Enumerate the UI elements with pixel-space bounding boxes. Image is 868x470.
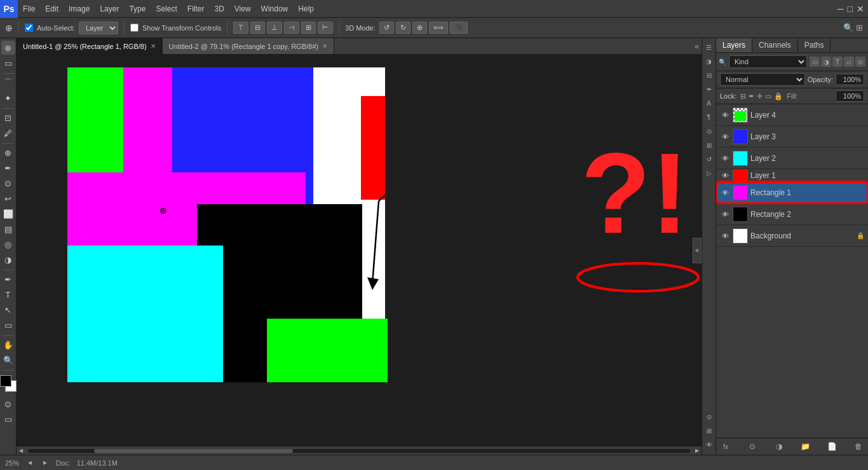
layer-row-rect2[interactable]: 👁 Rectangle 2 xyxy=(716,204,868,225)
align-vcenter-btn[interactable]: ⊟ xyxy=(250,22,265,34)
shape-filter-icon[interactable]: ▱ xyxy=(844,57,854,67)
auto-select-type[interactable]: Layer xyxy=(79,22,118,34)
tab-close-2[interactable]: ✕ xyxy=(322,43,327,50)
new-layer-btn[interactable]: 📄 xyxy=(826,441,837,452)
show-transform-checkbox[interactable] xyxy=(130,24,139,32)
layer-row-background[interactable]: 👁 Background 🔒 xyxy=(716,225,868,247)
menu-view[interactable]: View xyxy=(229,0,256,17)
filter-kind-select[interactable]: Kind xyxy=(729,55,807,68)
align-top-btn[interactable]: ⊤ xyxy=(233,22,248,34)
horizontal-scrollbar[interactable]: ◀ ▶ xyxy=(17,446,702,455)
lock-artboard-icon[interactable]: ▭ xyxy=(765,92,771,100)
blur-tool[interactable]: ◎ xyxy=(1,237,15,251)
rect2-visibility-icon[interactable]: 👁 xyxy=(720,209,730,219)
quick-select-tool[interactable]: ✦ xyxy=(1,91,15,105)
move-tool[interactable]: ⊕ xyxy=(1,41,15,55)
3d-btn3[interactable]: ⊕ xyxy=(412,22,427,34)
shape-tool[interactable]: ▭ xyxy=(1,318,15,332)
gradient-tool[interactable]: ▤ xyxy=(1,222,15,236)
add-mask-btn[interactable]: ⊙ xyxy=(747,441,758,452)
align-bottom-btn[interactable]: ⊥ xyxy=(267,22,282,34)
layer3-visibility-icon[interactable]: 👁 xyxy=(720,132,730,142)
menu-select[interactable]: Select xyxy=(151,0,182,17)
maximize-btn[interactable]: □ xyxy=(848,4,853,14)
layer-row-layer4[interactable]: 👁 Layer 4 xyxy=(716,104,868,126)
lasso-tool[interactable]: ⌒ xyxy=(1,76,15,90)
tab-untitled1[interactable]: Untitled-1 @ 25% (Rectangle 1, RGB/8) ✕ xyxy=(17,38,163,54)
fill-input[interactable] xyxy=(836,90,864,102)
tab-close-1[interactable]: ✕ xyxy=(151,43,156,50)
lock-position-icon[interactable]: ✛ xyxy=(757,92,763,100)
close-btn[interactable]: ✕ xyxy=(857,4,864,14)
panel-collapse-icon[interactable]: « xyxy=(695,42,699,51)
align-right-btn[interactable]: ⊢ xyxy=(318,22,333,34)
workspace-icon[interactable]: ⊞ xyxy=(856,23,863,32)
lock-transparent-icon[interactable]: ⊟ xyxy=(740,92,746,100)
characters-icon[interactable]: A xyxy=(703,97,715,109)
menu-file[interactable]: File xyxy=(18,0,40,17)
layer-row-rect1[interactable]: 👁 Rectangle 1 xyxy=(716,182,868,204)
smart-filter-icon[interactable]: ⊙ xyxy=(855,57,865,67)
pen-tool[interactable]: ✒ xyxy=(1,272,15,286)
history-brush-tool[interactable]: ↩ xyxy=(1,191,15,205)
scroll-left-btn[interactable]: ◀ xyxy=(17,446,25,455)
menu-image[interactable]: Image xyxy=(64,0,95,17)
background-visibility-icon[interactable]: 👁 xyxy=(720,231,730,241)
lock-image-icon[interactable]: ✒ xyxy=(749,92,754,100)
crop-tool[interactable]: ⊡ xyxy=(1,111,15,125)
marquee-tool[interactable]: ▭ xyxy=(1,56,15,70)
minimize-btn[interactable]: ─ xyxy=(837,4,844,14)
new-group-btn[interactable]: 📁 xyxy=(799,441,811,452)
status-scroll-left[interactable]: ◀ xyxy=(25,459,34,467)
healing-brush-tool[interactable]: ⊕ xyxy=(1,146,15,160)
lock-all-icon[interactable]: 🔒 xyxy=(774,92,783,100)
actions-icon[interactable]: ▷ xyxy=(703,167,715,179)
paths-icon[interactable]: ✒ xyxy=(703,83,715,95)
layer2-visibility-icon[interactable]: 👁 xyxy=(720,153,730,163)
auto-select-checkbox[interactable] xyxy=(25,24,33,32)
tab-layers[interactable]: Layers xyxy=(716,38,752,52)
fx-btn[interactable]: fx xyxy=(720,441,731,452)
styles-icon[interactable]: ⊙ xyxy=(703,125,715,137)
pixel-filter-icon[interactable]: ▭ xyxy=(810,57,820,67)
scroll-h-track[interactable] xyxy=(28,449,690,453)
path-select-tool[interactable]: ↖ xyxy=(1,303,15,317)
eraser-tool[interactable]: ⬜ xyxy=(1,207,15,221)
search-icon[interactable]: 🔍 xyxy=(843,23,853,32)
channels-icon[interactable]: ⊟ xyxy=(703,69,715,81)
3d-btn2[interactable]: ↻ xyxy=(396,22,410,34)
brush-tool[interactable]: ✒ xyxy=(1,161,15,175)
mask-icon[interactable]: ⊙ xyxy=(703,410,715,423)
3d-btn1[interactable]: ↺ xyxy=(379,22,394,34)
3d-btn4[interactable]: ⟺ xyxy=(429,22,448,34)
zoom-tool[interactable]: 🔍 xyxy=(1,353,15,367)
text-tool[interactable]: T xyxy=(1,287,15,301)
tab-untitled2[interactable]: Untitled-2 @ 79.1% (Rectangle 1 copy, RG… xyxy=(163,38,334,54)
layer-row-layer2[interactable]: 👁 Layer 2 xyxy=(716,148,868,169)
align-hcenter-btn[interactable]: ⊞ xyxy=(301,22,316,34)
collapse-panel-btn[interactable]: « xyxy=(693,238,702,263)
rect1-visibility-icon[interactable]: 👁 xyxy=(720,188,730,198)
opacity-input[interactable] xyxy=(836,74,864,85)
menu-window[interactable]: Window xyxy=(256,0,294,17)
adjustment-filter-icon[interactable]: ◑ xyxy=(821,57,831,67)
quick-mask-btn[interactable]: ⊙ xyxy=(1,397,15,411)
menu-edit[interactable]: Edit xyxy=(40,0,64,17)
swatches-icon[interactable]: ⊞ xyxy=(703,139,715,151)
layer-row-layer3[interactable]: 👁 Layer 3 xyxy=(716,126,868,148)
scroll-right-btn[interactable]: ▶ xyxy=(693,446,702,455)
menu-3d[interactable]: 3D xyxy=(209,0,229,17)
canvas-viewport[interactable]: درگزر ⊕ ?! xyxy=(17,55,702,446)
hand-tool[interactable]: ✋ xyxy=(1,338,15,352)
menu-filter[interactable]: Filter xyxy=(182,0,210,17)
scroll-h-thumb[interactable] xyxy=(94,449,293,453)
menu-help[interactable]: Help xyxy=(293,0,319,17)
menu-type[interactable]: Type xyxy=(124,0,151,17)
clone-tool[interactable]: ⊙ xyxy=(1,176,15,190)
dodge-tool[interactable]: ◑ xyxy=(1,252,15,266)
foreground-color[interactable] xyxy=(0,375,11,387)
tab-paths[interactable]: Paths xyxy=(798,38,831,52)
grid-icon[interactable]: ⊞ xyxy=(703,424,715,437)
tab-channels[interactable]: Channels xyxy=(752,38,798,52)
layer-row-layer1[interactable]: 👁 Layer 1 xyxy=(716,169,868,182)
